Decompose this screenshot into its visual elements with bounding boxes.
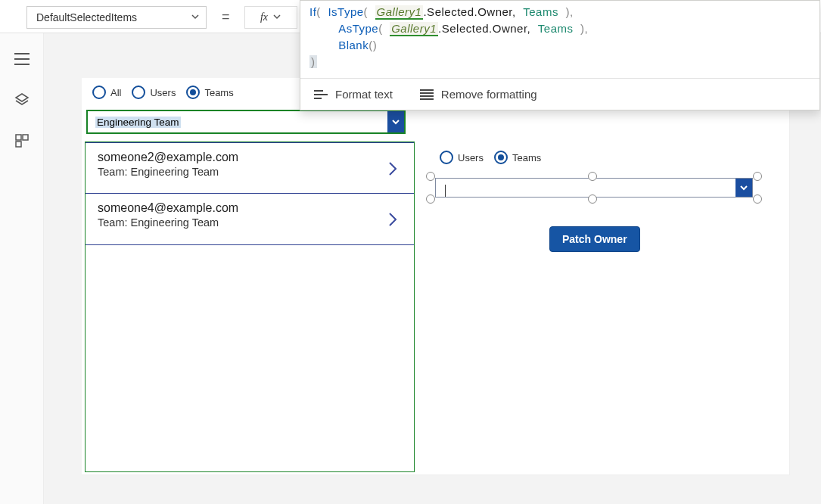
token-gallery1: Gallery1: [390, 22, 438, 36]
token-blank: Blank: [338, 39, 369, 51]
equals-label: =: [222, 9, 230, 25]
right-radio-group: Users Teams: [440, 151, 552, 164]
radio-icon: [132, 86, 145, 99]
left-combobox[interactable]: Engineering Team: [86, 110, 406, 134]
radio-users[interactable]: Users: [440, 151, 484, 164]
radio-teams[interactable]: Teams: [494, 151, 541, 164]
token-close-paren: ): [309, 55, 317, 68]
fx-icon: fx: [260, 11, 268, 23]
svg-rect-2: [16, 142, 21, 147]
left-radio-group: All Users Teams: [92, 86, 244, 99]
token-gallery1: Gallery1: [375, 5, 424, 20]
remove-formatting-icon: [420, 89, 434, 100]
token-teams: Teams: [523, 5, 558, 18]
hamburger-icon[interactable]: [7, 44, 37, 74]
layers-icon[interactable]: [7, 85, 37, 115]
format-text-icon: [314, 89, 328, 100]
text-caret: [445, 185, 446, 197]
chevron-down-icon[interactable]: [387, 111, 404, 132]
radio-all[interactable]: All: [92, 86, 121, 99]
chevron-right-icon[interactable]: [387, 210, 399, 232]
right-combobox-selected[interactable]: [429, 173, 756, 199]
resize-handle[interactable]: [426, 194, 435, 204]
format-text-button[interactable]: Format text: [314, 88, 393, 101]
chevron-down-icon[interactable]: [735, 179, 752, 197]
property-dropdown[interactable]: DefaultSelectedItems: [26, 6, 207, 29]
property-dropdown-value: DefaultSelectedItems: [36, 11, 137, 23]
radio-users[interactable]: Users: [132, 86, 176, 99]
token-istype: IsType: [328, 5, 363, 18]
radio-icon: [92, 86, 106, 99]
item-email: someone4@example.com: [98, 201, 381, 215]
item-team: Team: Engineering Team: [98, 216, 381, 229]
formula-toolbar: Format text Remove formatting: [300, 78, 819, 110]
chevron-right-icon[interactable]: [387, 160, 399, 181]
left-combobox-value: Engineering Team: [95, 117, 181, 128]
patch-owner-button[interactable]: Patch Owner: [549, 226, 640, 252]
resize-handle[interactable]: [588, 194, 597, 204]
token-astype: AsType: [338, 22, 378, 35]
radio-icon: [186, 86, 200, 99]
svg-rect-1: [23, 135, 28, 140]
gallery[interactable]: someone2@example.com Team: Engineering T…: [85, 142, 415, 472]
item-team: Team: Engineering Team: [98, 166, 381, 178]
token-teams: Teams: [538, 22, 574, 35]
chevron-down-icon: [272, 12, 281, 23]
remove-formatting-button[interactable]: Remove formatting: [420, 88, 537, 101]
resize-handle[interactable]: [426, 172, 435, 181]
app-canvas: All Users Teams Engineering Team someone…: [82, 78, 790, 475]
fx-button[interactable]: fx: [244, 6, 297, 29]
resize-handle[interactable]: [753, 172, 762, 181]
radio-icon: [440, 151, 453, 164]
token-if: If: [309, 5, 316, 18]
left-nav-rail: [0, 33, 44, 504]
list-item[interactable]: someone4@example.com Team: Engineering T…: [86, 194, 414, 245]
chevron-down-icon: [191, 11, 200, 23]
resize-handle[interactable]: [753, 194, 762, 204]
svg-rect-0: [16, 135, 21, 140]
components-icon[interactable]: [7, 126, 37, 156]
formula-text[interactable]: If( IsType( Gallery1.Selected.Owner, Tea…: [300, 1, 819, 78]
formula-bar-panel[interactable]: If( IsType( Gallery1.Selected.Owner, Tea…: [300, 0, 820, 110]
radio-icon: [494, 151, 508, 164]
list-item[interactable]: someone2@example.com Team: Engineering T…: [86, 142, 414, 194]
radio-teams[interactable]: Teams: [186, 86, 233, 99]
resize-handle[interactable]: [588, 172, 597, 181]
item-email: someone2@example.com: [98, 151, 381, 164]
